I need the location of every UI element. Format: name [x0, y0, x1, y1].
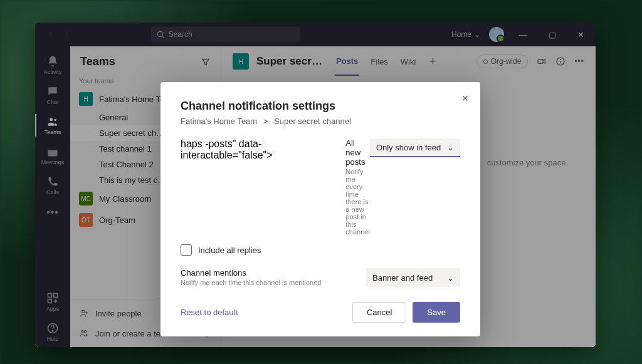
setting-desc: Notify me each time this channel is ment…: [181, 279, 366, 286]
breadcrumb: Fatima's Home Team > Super secret channe…: [181, 117, 460, 126]
channel-mentions-dropdown[interactable]: Banner and feed ⌄: [366, 268, 460, 287]
setting-all-new: haps -posts" data-interactable="false"> …: [181, 138, 460, 236]
chevron-down-icon: ⌄: [447, 273, 454, 283]
checkbox-icon: [181, 244, 192, 256]
setting-desc: Notify me every time there is a new post…: [345, 168, 370, 236]
cancel-button[interactable]: Cancel: [352, 302, 406, 323]
all-posts-dropdown[interactable]: Only show in feed ⌄: [370, 138, 460, 157]
setting-title: Channel mentions: [181, 268, 366, 278]
modal-title: Channel notification settings: [181, 100, 460, 113]
close-icon[interactable]: ✕: [461, 93, 469, 103]
chevron-down-icon: ⌄: [447, 143, 454, 152]
modal-footer: Reset to default Cancel Save: [181, 302, 460, 323]
reset-to-default-link[interactable]: Reset to default: [181, 308, 238, 317]
save-button[interactable]: Save: [413, 302, 460, 323]
setting-title: All new posts: [345, 138, 370, 167]
include-all-replies-checkbox[interactable]: Include all replies: [181, 244, 460, 256]
setting-channel-mentions: Channel mentions Notify me each time thi…: [181, 268, 460, 287]
channel-notification-settings-modal: ✕ Channel notification settings Fatima's…: [160, 82, 480, 336]
